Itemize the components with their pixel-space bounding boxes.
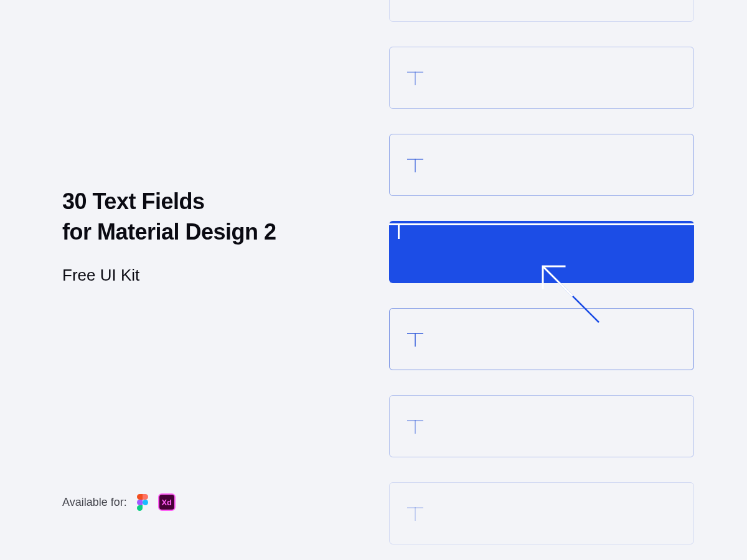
headline-line-1: 30 Text Fields <box>62 189 204 214</box>
text-field-sample <box>389 134 694 196</box>
text-icon <box>407 157 423 173</box>
text-icon <box>407 331 423 347</box>
text-icon <box>406 243 425 261</box>
text-field-showcase <box>389 0 694 544</box>
subheadline: Free UI Kit <box>62 266 361 285</box>
text-field-sample <box>389 482 694 544</box>
text-icon <box>407 418 423 434</box>
text-icon <box>407 70 423 86</box>
available-label: Available for: <box>62 496 127 509</box>
text-field-active <box>389 221 694 283</box>
figma-icon <box>137 494 148 510</box>
text-field-sample <box>389 47 694 109</box>
promo-text-block: 30 Text Fields for Material Design 2 Fre… <box>62 187 361 285</box>
text-field-sample <box>389 0 694 22</box>
headline-line-2: for Material Design 2 <box>62 219 276 245</box>
adobe-xd-icon: Xd <box>158 493 176 511</box>
available-row: Available for: Xd <box>62 493 176 511</box>
headline: 30 Text Fields for Material Design 2 <box>62 187 361 247</box>
text-field-sample <box>389 308 694 370</box>
text-field-sample <box>389 395 694 457</box>
text-icon <box>407 505 423 521</box>
